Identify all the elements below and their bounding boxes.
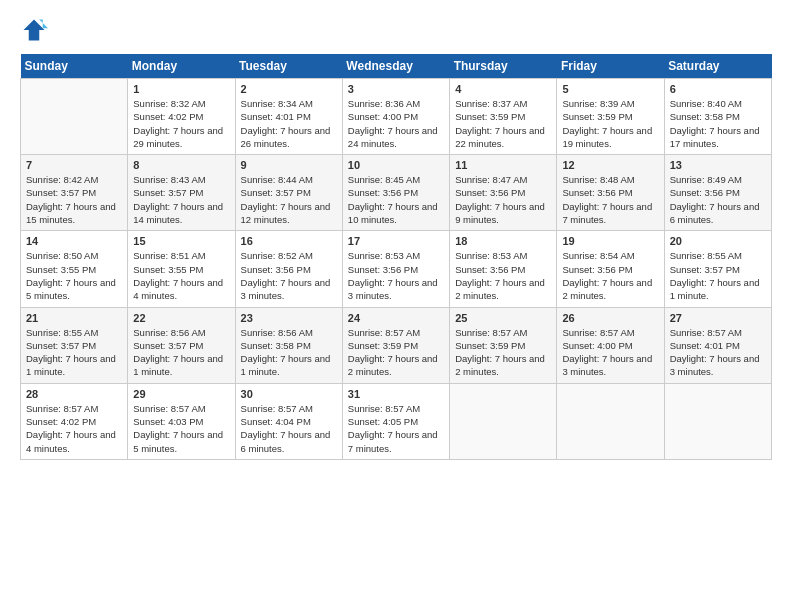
svg-marker-0: [24, 20, 45, 41]
calendar-cell: 20Sunrise: 8:55 AMSunset: 3:57 PMDayligh…: [664, 231, 771, 307]
logo-icon: [20, 16, 48, 44]
calendar-cell: 4Sunrise: 8:37 AMSunset: 3:59 PMDaylight…: [450, 79, 557, 155]
calendar-week-row: 14Sunrise: 8:50 AMSunset: 3:55 PMDayligh…: [21, 231, 772, 307]
weekday-header: Saturday: [664, 54, 771, 79]
day-info: Sunrise: 8:45 AMSunset: 3:56 PMDaylight:…: [348, 173, 444, 226]
calendar-cell: 13Sunrise: 8:49 AMSunset: 3:56 PMDayligh…: [664, 155, 771, 231]
day-number: 16: [241, 235, 337, 247]
calendar-cell: 1Sunrise: 8:32 AMSunset: 4:02 PMDaylight…: [128, 79, 235, 155]
day-number: 29: [133, 388, 229, 400]
calendar-cell: 24Sunrise: 8:57 AMSunset: 3:59 PMDayligh…: [342, 307, 449, 383]
day-number: 7: [26, 159, 122, 171]
day-number: 14: [26, 235, 122, 247]
day-info: Sunrise: 8:44 AMSunset: 3:57 PMDaylight:…: [241, 173, 337, 226]
day-info: Sunrise: 8:47 AMSunset: 3:56 PMDaylight:…: [455, 173, 551, 226]
day-number: 21: [26, 312, 122, 324]
calendar-cell: 10Sunrise: 8:45 AMSunset: 3:56 PMDayligh…: [342, 155, 449, 231]
day-number: 11: [455, 159, 551, 171]
day-info: Sunrise: 8:54 AMSunset: 3:56 PMDaylight:…: [562, 249, 658, 302]
day-number: 1: [133, 83, 229, 95]
logo: [20, 16, 52, 44]
calendar-cell: 6Sunrise: 8:40 AMSunset: 3:58 PMDaylight…: [664, 79, 771, 155]
day-info: Sunrise: 8:57 AMSunset: 4:05 PMDaylight:…: [348, 402, 444, 455]
day-number: 18: [455, 235, 551, 247]
calendar-cell: 11Sunrise: 8:47 AMSunset: 3:56 PMDayligh…: [450, 155, 557, 231]
day-number: 17: [348, 235, 444, 247]
day-info: Sunrise: 8:57 AMSunset: 3:59 PMDaylight:…: [348, 326, 444, 379]
calendar-week-row: 1Sunrise: 8:32 AMSunset: 4:02 PMDaylight…: [21, 79, 772, 155]
day-info: Sunrise: 8:53 AMSunset: 3:56 PMDaylight:…: [455, 249, 551, 302]
calendar-cell: 18Sunrise: 8:53 AMSunset: 3:56 PMDayligh…: [450, 231, 557, 307]
calendar-cell: 9Sunrise: 8:44 AMSunset: 3:57 PMDaylight…: [235, 155, 342, 231]
day-info: Sunrise: 8:57 AMSunset: 4:00 PMDaylight:…: [562, 326, 658, 379]
weekday-header-row: SundayMondayTuesdayWednesdayThursdayFrid…: [21, 54, 772, 79]
day-info: Sunrise: 8:57 AMSunset: 4:02 PMDaylight:…: [26, 402, 122, 455]
day-info: Sunrise: 8:36 AMSunset: 4:00 PMDaylight:…: [348, 97, 444, 150]
page: SundayMondayTuesdayWednesdayThursdayFrid…: [0, 0, 792, 612]
day-number: 23: [241, 312, 337, 324]
day-info: Sunrise: 8:40 AMSunset: 3:58 PMDaylight:…: [670, 97, 766, 150]
day-info: Sunrise: 8:39 AMSunset: 3:59 PMDaylight:…: [562, 97, 658, 150]
day-info: Sunrise: 8:43 AMSunset: 3:57 PMDaylight:…: [133, 173, 229, 226]
weekday-header: Wednesday: [342, 54, 449, 79]
calendar-week-row: 21Sunrise: 8:55 AMSunset: 3:57 PMDayligh…: [21, 307, 772, 383]
calendar-cell: 5Sunrise: 8:39 AMSunset: 3:59 PMDaylight…: [557, 79, 664, 155]
day-number: 25: [455, 312, 551, 324]
day-number: 24: [348, 312, 444, 324]
day-number: 26: [562, 312, 658, 324]
weekday-header: Thursday: [450, 54, 557, 79]
calendar-table: SundayMondayTuesdayWednesdayThursdayFrid…: [20, 54, 772, 460]
calendar-cell: 22Sunrise: 8:56 AMSunset: 3:57 PMDayligh…: [128, 307, 235, 383]
calendar-cell: [450, 383, 557, 459]
calendar-cell: 23Sunrise: 8:56 AMSunset: 3:58 PMDayligh…: [235, 307, 342, 383]
day-info: Sunrise: 8:56 AMSunset: 3:57 PMDaylight:…: [133, 326, 229, 379]
calendar-cell: 19Sunrise: 8:54 AMSunset: 3:56 PMDayligh…: [557, 231, 664, 307]
calendar-cell: 28Sunrise: 8:57 AMSunset: 4:02 PMDayligh…: [21, 383, 128, 459]
day-info: Sunrise: 8:37 AMSunset: 3:59 PMDaylight:…: [455, 97, 551, 150]
day-number: 28: [26, 388, 122, 400]
day-number: 31: [348, 388, 444, 400]
weekday-header: Tuesday: [235, 54, 342, 79]
calendar-cell: 14Sunrise: 8:50 AMSunset: 3:55 PMDayligh…: [21, 231, 128, 307]
day-number: 30: [241, 388, 337, 400]
day-info: Sunrise: 8:34 AMSunset: 4:01 PMDaylight:…: [241, 97, 337, 150]
day-number: 20: [670, 235, 766, 247]
day-info: Sunrise: 8:53 AMSunset: 3:56 PMDaylight:…: [348, 249, 444, 302]
calendar-cell: 29Sunrise: 8:57 AMSunset: 4:03 PMDayligh…: [128, 383, 235, 459]
day-number: 4: [455, 83, 551, 95]
calendar-week-row: 7Sunrise: 8:42 AMSunset: 3:57 PMDaylight…: [21, 155, 772, 231]
weekday-header: Friday: [557, 54, 664, 79]
day-info: Sunrise: 8:32 AMSunset: 4:02 PMDaylight:…: [133, 97, 229, 150]
day-info: Sunrise: 8:49 AMSunset: 3:56 PMDaylight:…: [670, 173, 766, 226]
calendar-cell: 21Sunrise: 8:55 AMSunset: 3:57 PMDayligh…: [21, 307, 128, 383]
day-number: 2: [241, 83, 337, 95]
weekday-header: Monday: [128, 54, 235, 79]
calendar-cell: 3Sunrise: 8:36 AMSunset: 4:00 PMDaylight…: [342, 79, 449, 155]
day-number: 3: [348, 83, 444, 95]
calendar-cell: 27Sunrise: 8:57 AMSunset: 4:01 PMDayligh…: [664, 307, 771, 383]
day-number: 8: [133, 159, 229, 171]
day-info: Sunrise: 8:55 AMSunset: 3:57 PMDaylight:…: [670, 249, 766, 302]
calendar-cell: 25Sunrise: 8:57 AMSunset: 3:59 PMDayligh…: [450, 307, 557, 383]
day-number: 27: [670, 312, 766, 324]
calendar-cell: 2Sunrise: 8:34 AMSunset: 4:01 PMDaylight…: [235, 79, 342, 155]
day-info: Sunrise: 8:57 AMSunset: 4:04 PMDaylight:…: [241, 402, 337, 455]
day-number: 9: [241, 159, 337, 171]
calendar-cell: 16Sunrise: 8:52 AMSunset: 3:56 PMDayligh…: [235, 231, 342, 307]
day-info: Sunrise: 8:56 AMSunset: 3:58 PMDaylight:…: [241, 326, 337, 379]
calendar-cell: [664, 383, 771, 459]
calendar-cell: [557, 383, 664, 459]
calendar-cell: 30Sunrise: 8:57 AMSunset: 4:04 PMDayligh…: [235, 383, 342, 459]
day-info: Sunrise: 8:57 AMSunset: 4:01 PMDaylight:…: [670, 326, 766, 379]
day-number: 15: [133, 235, 229, 247]
day-number: 19: [562, 235, 658, 247]
weekday-header: Sunday: [21, 54, 128, 79]
calendar-cell: 31Sunrise: 8:57 AMSunset: 4:05 PMDayligh…: [342, 383, 449, 459]
calendar-cell: [21, 79, 128, 155]
header: [20, 16, 772, 44]
calendar-cell: 17Sunrise: 8:53 AMSunset: 3:56 PMDayligh…: [342, 231, 449, 307]
calendar-week-row: 28Sunrise: 8:57 AMSunset: 4:02 PMDayligh…: [21, 383, 772, 459]
day-number: 5: [562, 83, 658, 95]
calendar-cell: 15Sunrise: 8:51 AMSunset: 3:55 PMDayligh…: [128, 231, 235, 307]
day-info: Sunrise: 8:52 AMSunset: 3:56 PMDaylight:…: [241, 249, 337, 302]
